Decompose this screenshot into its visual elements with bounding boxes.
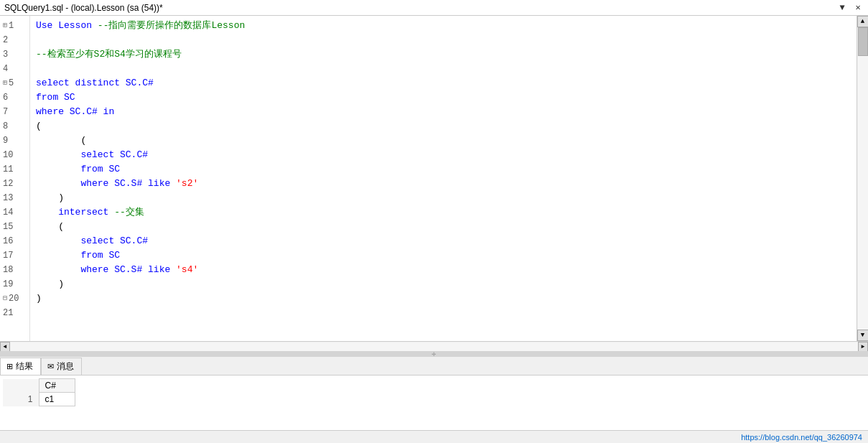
results-content[interactable]: C#1c1: [0, 376, 868, 430]
maximize-icon[interactable]: ▼: [836, 2, 848, 14]
editor-area: ⊞1234⊞5678910111213141516171819⊟2021 Use…: [0, 16, 868, 341]
code-line: Use Lesson --指向需要所操作的数据库Lesson: [36, 19, 851, 33]
title-bar: SQLQuery1.sql - (local).Lesson (sa (54))…: [0, 0, 868, 16]
line-number: ⊞5: [0, 76, 29, 90]
result-tab-消息[interactable]: ✉消息: [41, 358, 82, 375]
watermark-text: https://blog.csdn.net/qq_36260974: [741, 433, 862, 442]
tab-label: 消息: [57, 360, 74, 373]
grid-icon: ⊞: [6, 362, 13, 371]
table-corner: [3, 379, 39, 393]
line-number: 6: [0, 90, 29, 105]
line-number: 2: [0, 33, 29, 47]
line-number: 4: [0, 62, 29, 76]
code-line: from SC: [36, 162, 851, 177]
result-tab-结果[interactable]: ⊞结果: [0, 358, 41, 375]
code-line: --检索至少有S2和S4学习的课程号: [36, 47, 851, 62]
line-number: 7: [0, 105, 29, 119]
code-line: select SC.C#: [36, 234, 851, 248]
code-line: (: [36, 119, 851, 134]
line-number: 17: [0, 248, 29, 263]
scroll-left-button[interactable]: ◄: [0, 342, 10, 352]
line-number: 18: [0, 263, 29, 277]
code-line: (: [36, 220, 851, 234]
code-line: select SC.C#: [36, 148, 851, 162]
line-number: 9: [0, 134, 29, 148]
code-line: (: [36, 134, 851, 148]
line-number: 15: [0, 220, 29, 234]
vertical-scrollbar[interactable]: ▲ ▼: [857, 16, 868, 341]
code-line: select distinct SC.C#: [36, 76, 851, 90]
code-line: from SC: [36, 90, 851, 105]
code-line: from SC: [36, 248, 851, 263]
line-number: 3: [0, 47, 29, 62]
code-line: intersect --交集: [36, 205, 851, 220]
code-line: ): [36, 191, 851, 205]
collapse-icon[interactable]: ⊞: [3, 76, 7, 90]
line-number: 16: [0, 234, 29, 248]
table-cell: c1: [39, 393, 75, 406]
code-line: ): [36, 277, 851, 292]
line-numbers: ⊞1234⊞5678910111213141516171819⊟2021: [0, 16, 30, 341]
table-row: 1c1: [3, 393, 75, 406]
window-controls: ▼ ✕: [836, 2, 864, 14]
results-table: C#1c1: [3, 378, 75, 406]
code-line: [36, 62, 851, 76]
scroll-thumb[interactable]: [858, 27, 868, 56]
line-number: 13: [0, 191, 29, 205]
row-number: 1: [3, 393, 39, 406]
line-number: ⊞1: [0, 19, 29, 33]
scroll-down-button[interactable]: ▼: [857, 330, 869, 341]
window-title: SQLQuery1.sql - (local).Lesson (sa (54))…: [4, 3, 163, 13]
scroll-track[interactable]: [858, 27, 868, 330]
close-icon[interactable]: ✕: [852, 2, 864, 14]
line-number: ⊟20: [0, 292, 29, 306]
scroll-up-button[interactable]: ▲: [857, 16, 869, 27]
line-number: 19: [0, 277, 29, 292]
line-number: 11: [0, 162, 29, 177]
code-line: where SC.C# in: [36, 105, 851, 119]
code-line: [36, 306, 851, 320]
code-line: where SC.S# like 's2': [36, 177, 851, 191]
tab-label: 结果: [16, 360, 33, 373]
splitter[interactable]: ✛: [0, 351, 868, 357]
bottom-bar: https://blog.csdn.net/qq_36260974: [0, 430, 868, 443]
results-area: ⊞结果✉消息 C#1c1 https://blog.csdn.net/qq_36…: [0, 357, 868, 443]
table-header-C#: C#: [39, 379, 75, 393]
line-number: 8: [0, 119, 29, 134]
code-line: [36, 33, 851, 47]
msg-icon: ✉: [47, 362, 54, 371]
line-number: 12: [0, 177, 29, 191]
code-line: ): [36, 292, 851, 306]
main-area: ⊞1234⊞5678910111213141516171819⊟2021 Use…: [0, 16, 868, 443]
scroll-right-button[interactable]: ►: [858, 342, 868, 352]
line-number: 10: [0, 148, 29, 162]
line-number: 21: [0, 306, 29, 320]
line-number: 14: [0, 205, 29, 220]
collapse-icon[interactable]: ⊟: [3, 292, 7, 306]
code-area[interactable]: Use Lesson --指向需要所操作的数据库Lesson --检索至少有S2…: [30, 16, 857, 341]
results-tabs: ⊞结果✉消息: [0, 357, 868, 376]
code-line: where SC.S# like 's4': [36, 263, 851, 277]
collapse-icon[interactable]: ⊞: [3, 19, 7, 33]
